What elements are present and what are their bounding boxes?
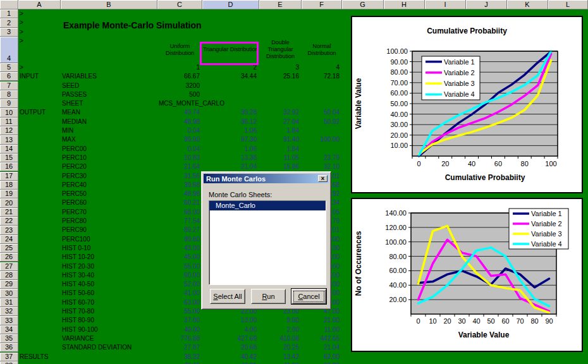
row-header-33[interactable]: 33 [0,316,18,325]
col-header-E[interactable]: E [259,0,302,9]
cell-E6[interactable]: 25.16 [259,72,299,81]
row-header-13[interactable]: 13 [0,135,18,144]
row-header-14[interactable]: 14 [0,145,18,154]
col-header-A[interactable]: A [18,0,61,9]
cell-B17[interactable]: PERC30 [62,172,157,181]
cell-C20[interactable]: 60.21 [157,198,200,207]
col-header-H[interactable]: H [384,0,425,9]
row-header-29[interactable]: 29 [0,280,18,289]
row-header-28[interactable]: 28 [0,271,18,280]
cell-C23[interactable]: 89.27 [157,226,200,234]
cell-A6[interactable]: INPUT [20,72,61,81]
cell-F11[interactable]: 50.92 [302,118,340,126]
cell-B30[interactable]: HIST 50-60 [62,289,157,298]
row-header-30[interactable]: 30 [0,289,18,298]
row-header-15[interactable]: 15 [0,154,18,162]
cumulative-probability-chart[interactable]: Cumulative Probabiity10.0020.0030.0040.0… [351,16,583,193]
row-header-34[interactable]: 34 [0,325,18,334]
cell-A5[interactable]: > [20,63,61,72]
row-header-10[interactable]: 10 [0,108,18,117]
cell-D37[interactable]: 40.42 [202,353,257,361]
cell-C30[interactable]: 41.00 [157,289,200,298]
listbox-item-Monte_Carlo[interactable]: Monte_Carlo [209,201,326,210]
cell-B8[interactable]: PASSES [62,90,157,99]
cell-D16[interactable]: 21.04 [202,162,257,171]
cell-D12[interactable]: 1.06 [202,126,257,135]
cell-B29[interactable]: HIST 40-50 [62,280,157,289]
cell-F34[interactable]: 11.00 [302,325,340,334]
close-button[interactable]: × [318,175,328,182]
cell-A3[interactable]: > [20,28,61,37]
col-header-I[interactable]: I [425,0,466,9]
cell-D35[interactable]: 427.69 [202,334,257,343]
cell-C36[interactable]: 27.87 [157,343,200,352]
cell-E35[interactable]: 410.08 [259,334,299,343]
cell-E38[interactable]: 41.93 [259,361,299,364]
row-header-5[interactable]: 5 [0,63,18,72]
cell-D34[interactable]: 4.00 [202,325,257,334]
cell-B14[interactable]: PERC00 [62,145,157,154]
cell-F33[interactable]: 21.00 [302,316,340,325]
cell-A10[interactable]: OUTPUT [20,108,61,117]
row-header-17[interactable]: 17 [0,172,18,181]
cell-C10[interactable]: 49.74 [157,108,200,117]
row-header-31[interactable]: 31 [0,298,18,307]
cell-C34[interactable]: 49.00 [157,325,200,334]
cell-C31[interactable]: 63.00 [157,298,200,307]
row-header-21[interactable]: 21 [0,208,18,217]
cell-C11[interactable]: 48.98 [157,118,200,126]
col-header-F[interactable]: F [302,0,342,9]
row-header-25[interactable]: 25 [0,244,18,253]
cell-C37[interactable]: 38.32 [157,353,200,361]
cell-D36[interactable]: 20.68 [202,343,257,352]
cell-B9[interactable]: SHEET [62,99,157,108]
row-header-22[interactable]: 22 [0,217,18,226]
cell-D6[interactable]: 34.44 [202,72,257,81]
row-header-9[interactable]: 9 [0,99,18,108]
cell-C12[interactable]: 0.04 [157,126,200,135]
row-header-37[interactable]: 37 [0,353,18,361]
cell-F37[interactable]: 62.00 [302,353,340,361]
cell-B18[interactable]: PERC40 [62,181,157,190]
row-header-26[interactable]: 26 [0,253,18,262]
histogram-chart[interactable]: 20.0040.0060.0080.00100.00120.00140.0001… [351,198,583,352]
cell-C7[interactable]: 3200 [157,82,200,90]
cell-C29[interactable]: 52.00 [157,280,200,289]
cell-B23[interactable]: PERC90 [62,226,157,234]
cell-D10[interactable]: 39.28 [202,108,257,117]
row-header-6[interactable]: 6 [0,72,18,81]
cell-C33[interactable]: 37.00 [157,316,200,325]
row-header-20[interactable]: 20 [0,198,18,207]
cell-B7[interactable]: SEED [62,82,157,90]
dist-header-E4[interactable]: Double Triangular Distribution [259,37,302,63]
cell-D14[interactable]: 1.06 [202,145,257,154]
cell-B36[interactable]: STANDARD DEVIATION [62,343,157,352]
row-header-1[interactable]: 1 [0,9,18,18]
cell-D38[interactable]: 47.61 [202,361,257,364]
select-all-button[interactable]: Select All [210,289,245,304]
cell-F35[interactable]: 442.65 [302,334,340,343]
cell-A37[interactable]: RESULTS [20,353,61,361]
cell-B24[interactable]: PERC100 [62,235,157,244]
cell-F6[interactable]: 72.18 [302,72,340,81]
cell-D15[interactable]: 13.38 [202,154,257,162]
cell-C27[interactable]: 55.00 [157,262,200,271]
row-header-38[interactable]: 38 [0,361,18,364]
cell-C21[interactable]: 68.00 [157,208,200,217]
cell-C35[interactable]: 776.88 [157,334,200,343]
col-header-C[interactable]: C [157,0,202,9]
cell-C25[interactable]: 43.00 [157,244,200,253]
cell-C15[interactable]: 10.83 [157,154,200,162]
row-header-8[interactable]: 8 [0,90,18,99]
row-header-2[interactable]: 2 [0,18,18,27]
col-header-B[interactable]: B [61,0,157,9]
cell-B22[interactable]: PERC80 [62,217,157,226]
cell-B10[interactable]: MEAN [62,108,157,117]
cell-C8[interactable]: 500 [157,90,200,99]
col-header-G[interactable]: G [342,0,384,9]
cell-B16[interactable]: PERC20 [62,162,157,171]
cell-F13[interactable]: 100.00 [302,135,340,144]
cell-F5[interactable]: 4 [302,63,340,72]
row-header-23[interactable]: 23 [0,226,18,234]
run-button[interactable]: Run [251,289,286,304]
